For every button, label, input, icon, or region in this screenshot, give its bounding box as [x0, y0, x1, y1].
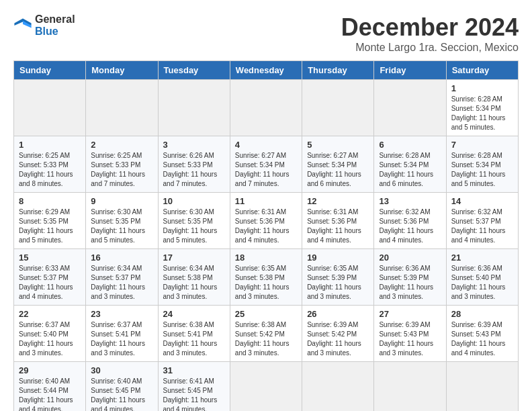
daylight-label: Daylight: 11 hours and 3 minutes.: [235, 283, 290, 300]
sunrise-label: Sunrise: 6:35 AM: [307, 265, 358, 272]
day-number: 11: [235, 196, 297, 206]
calendar-cell: [158, 80, 230, 136]
daylight-label: Daylight: 11 hours and 5 minutes.: [91, 227, 145, 244]
sunrise-label: Sunrise: 6:25 AM: [91, 152, 142, 159]
sunrise-label: Sunrise: 6:32 AM: [451, 208, 502, 216]
sunset-label: Sunset: 5:38 PM: [235, 274, 285, 281]
daylight-label: Daylight: 11 hours and 3 minutes.: [91, 340, 145, 357]
calendar-cell: 26 Sunrise: 6:39 AM Sunset: 5:42 PM Dayl…: [302, 306, 374, 362]
calendar-cell: 10 Sunrise: 6:30 AM Sunset: 5:35 PM Dayl…: [158, 193, 230, 249]
calendar-week-row: 8 Sunrise: 6:29 AM Sunset: 5:35 PM Dayli…: [14, 193, 519, 249]
day-number: 22: [19, 309, 81, 319]
calendar-cell: 29 Sunrise: 6:40 AM Sunset: 5:44 PM Dayl…: [14, 362, 86, 412]
page-header: General Blue December 2024 Monte Largo 1…: [13, 13, 519, 54]
calendar-cell: [230, 80, 302, 136]
sunrise-label: Sunrise: 6:41 AM: [163, 377, 214, 385]
daylight-label: Daylight: 11 hours and 3 minutes.: [235, 340, 290, 357]
calendar-week-row: 29 Sunrise: 6:40 AM Sunset: 5:44 PM Dayl…: [14, 362, 519, 412]
cell-info: Sunrise: 6:39 AM Sunset: 5:42 PM Dayligh…: [307, 320, 369, 358]
cell-info: Sunrise: 6:34 AM Sunset: 5:37 PM Dayligh…: [91, 264, 152, 302]
header-sunday: Sunday: [14, 61, 86, 80]
calendar-cell: 3 Sunrise: 6:26 AM Sunset: 5:33 PM Dayli…: [158, 136, 230, 193]
sunset-label: Sunset: 5:43 PM: [451, 330, 501, 338]
sunrise-label: Sunrise: 6:35 AM: [235, 265, 286, 272]
day-number: 21: [451, 253, 513, 263]
sunset-label: Sunset: 5:42 PM: [307, 330, 357, 338]
calendar-cell: 9 Sunrise: 6:30 AM Sunset: 5:35 PM Dayli…: [86, 193, 158, 249]
sunrise-label: Sunrise: 6:38 AM: [163, 321, 214, 328]
calendar-cell: [302, 362, 374, 412]
day-number: 15: [19, 253, 81, 263]
daylight-label: Daylight: 11 hours and 3 minutes.: [163, 340, 218, 357]
calendar-cell: 23 Sunrise: 6:37 AM Sunset: 5:41 PM Dayl…: [86, 306, 158, 362]
sunrise-label: Sunrise: 6:28 AM: [451, 95, 502, 103]
calendar-cell: 1 Sunrise: 6:28 AM Sunset: 5:34 PM Dayli…: [446, 80, 518, 136]
sunset-label: Sunset: 5:39 PM: [379, 274, 429, 281]
sunrise-label: Sunrise: 6:30 AM: [91, 208, 142, 216]
calendar-cell: 25 Sunrise: 6:38 AM Sunset: 5:42 PM Dayl…: [230, 306, 302, 362]
cell-info: Sunrise: 6:31 AM Sunset: 5:36 PM Dayligh…: [235, 208, 297, 245]
calendar-cell: 8 Sunrise: 6:29 AM Sunset: 5:35 PM Dayli…: [14, 193, 86, 249]
day-number: 29: [19, 365, 81, 375]
cell-info: Sunrise: 6:40 AM Sunset: 5:44 PM Dayligh…: [19, 377, 81, 411]
sunset-label: Sunset: 5:36 PM: [307, 218, 357, 225]
calendar-cell: 20 Sunrise: 6:36 AM Sunset: 5:39 PM Dayl…: [374, 249, 446, 306]
daylight-label: Daylight: 11 hours and 6 minutes.: [379, 171, 433, 187]
sunset-label: Sunset: 5:36 PM: [235, 218, 285, 225]
sunset-label: Sunset: 5:40 PM: [451, 274, 501, 281]
sunset-label: Sunset: 5:39 PM: [307, 274, 357, 281]
cell-info: Sunrise: 6:36 AM Sunset: 5:40 PM Dayligh…: [451, 264, 513, 302]
sunset-label: Sunset: 5:38 PM: [163, 274, 213, 281]
cell-info: Sunrise: 6:40 AM Sunset: 5:45 PM Dayligh…: [91, 377, 152, 411]
cell-info: Sunrise: 6:34 AM Sunset: 5:38 PM Dayligh…: [163, 264, 225, 302]
logo-blue-text: Blue: [35, 26, 75, 38]
sunrise-label: Sunrise: 6:28 AM: [379, 152, 430, 159]
calendar-cell: 24 Sunrise: 6:38 AM Sunset: 5:41 PM Dayl…: [158, 306, 230, 362]
calendar-week-row: 1 Sunrise: 6:25 AM Sunset: 5:33 PM Dayli…: [14, 136, 519, 193]
sunrise-label: Sunrise: 6:27 AM: [307, 152, 358, 159]
daylight-label: Daylight: 11 hours and 5 minutes.: [19, 227, 73, 244]
header-wednesday: Wednesday: [230, 61, 302, 80]
sunrise-label: Sunrise: 6:37 AM: [19, 321, 70, 328]
calendar-cell: 13 Sunrise: 6:32 AM Sunset: 5:36 PM Dayl…: [374, 193, 446, 249]
calendar-cell: 21 Sunrise: 6:36 AM Sunset: 5:40 PM Dayl…: [446, 249, 518, 306]
sunrise-label: Sunrise: 6:34 AM: [163, 265, 214, 272]
cell-info: Sunrise: 6:35 AM Sunset: 5:38 PM Dayligh…: [235, 264, 297, 302]
day-number: 14: [451, 196, 513, 206]
calendar-cell: 18 Sunrise: 6:35 AM Sunset: 5:38 PM Dayl…: [230, 249, 302, 306]
day-number: 9: [91, 196, 152, 206]
daylight-label: Daylight: 11 hours and 4 minutes.: [307, 227, 361, 244]
calendar-cell: [302, 80, 374, 136]
daylight-label: Daylight: 11 hours and 3 minutes.: [379, 340, 433, 357]
sunrise-label: Sunrise: 6:40 AM: [91, 377, 142, 385]
daylight-label: Daylight: 11 hours and 3 minutes.: [451, 283, 506, 300]
sunset-label: Sunset: 5:37 PM: [19, 274, 69, 281]
day-number: 30: [91, 365, 152, 375]
day-number: 25: [235, 309, 297, 319]
calendar-cell: [374, 362, 446, 412]
daylight-label: Daylight: 11 hours and 4 minutes.: [163, 396, 218, 411]
day-number: 5: [307, 140, 369, 150]
day-number: 7: [451, 140, 513, 150]
daylight-label: Daylight: 11 hours and 3 minutes.: [163, 283, 218, 300]
sunrise-label: Sunrise: 6:33 AM: [19, 265, 70, 272]
sunset-label: Sunset: 5:42 PM: [235, 330, 285, 338]
daylight-label: Daylight: 11 hours and 7 minutes.: [91, 171, 145, 187]
day-number: 10: [163, 196, 225, 206]
sunset-label: Sunset: 5:33 PM: [91, 161, 140, 169]
day-number: 16: [91, 253, 152, 263]
header-thursday: Thursday: [302, 61, 374, 80]
sunrise-label: Sunrise: 6:32 AM: [379, 208, 430, 216]
sunset-label: Sunset: 5:43 PM: [379, 330, 429, 338]
day-number: 20: [379, 253, 441, 263]
calendar-cell: [86, 80, 158, 136]
cell-info: Sunrise: 6:30 AM Sunset: 5:35 PM Dayligh…: [91, 208, 152, 245]
calendar-cell: 30 Sunrise: 6:40 AM Sunset: 5:45 PM Dayl…: [86, 362, 158, 412]
logo-general-text: General: [35, 13, 75, 26]
logo: General Blue: [13, 13, 75, 37]
cell-info: Sunrise: 6:38 AM Sunset: 5:41 PM Dayligh…: [163, 320, 225, 358]
cell-info: Sunrise: 6:38 AM Sunset: 5:42 PM Dayligh…: [235, 320, 297, 358]
daylight-label: Daylight: 11 hours and 3 minutes.: [307, 340, 361, 357]
daylight-label: Daylight: 11 hours and 3 minutes.: [19, 340, 73, 357]
daylight-label: Daylight: 11 hours and 6 minutes.: [307, 171, 361, 187]
